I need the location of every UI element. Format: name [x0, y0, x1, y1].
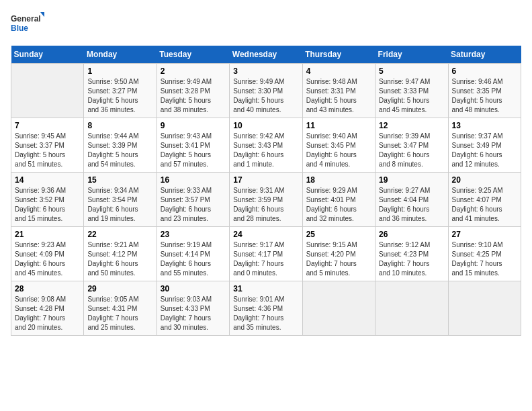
calendar-cell: 29Sunrise: 9:05 AM Sunset: 4:31 PM Dayli… — [84, 281, 157, 336]
svg-text:Blue: Blue — [11, 24, 28, 33]
day-info: Sunrise: 9:50 AM Sunset: 3:27 PM Dayligh… — [87, 77, 152, 115]
calendar-cell — [375, 281, 448, 336]
day-info: Sunrise: 9:39 AM Sunset: 3:47 PM Dayligh… — [379, 132, 444, 169]
day-number: 5 — [379, 66, 444, 76]
calendar-week-row: 1Sunrise: 9:50 AM Sunset: 3:27 PM Daylig… — [11, 64, 521, 118]
day-number: 1 — [87, 66, 152, 76]
day-info: Sunrise: 9:40 AM Sunset: 3:45 PM Dayligh… — [306, 132, 371, 169]
calendar-cell: 20Sunrise: 9:25 AM Sunset: 4:07 PM Dayli… — [448, 173, 521, 227]
day-info: Sunrise: 9:46 AM Sunset: 3:35 PM Dayligh… — [452, 77, 517, 115]
calendar-cell: 9Sunrise: 9:43 AM Sunset: 3:41 PM Daylig… — [157, 118, 229, 173]
day-info: Sunrise: 9:23 AM Sunset: 4:09 PM Dayligh… — [15, 240, 80, 278]
day-number: 31 — [233, 284, 298, 293]
calendar-cell: 8Sunrise: 9:44 AM Sunset: 3:39 PM Daylig… — [84, 118, 157, 173]
calendar-week-row: 28Sunrise: 9:08 AM Sunset: 4:28 PM Dayli… — [11, 281, 521, 336]
calendar-week-row: 21Sunrise: 9:23 AM Sunset: 4:09 PM Dayli… — [11, 227, 521, 281]
day-number: 16 — [161, 175, 226, 185]
calendar-table: SundayMondayTuesdayWednesdayThursdayFrid… — [11, 46, 521, 336]
day-info: Sunrise: 9:36 AM Sunset: 3:52 PM Dayligh… — [15, 186, 80, 224]
calendar-cell: 19Sunrise: 9:27 AM Sunset: 4:04 PM Dayli… — [375, 173, 448, 227]
calendar-cell: 31Sunrise: 9:01 AM Sunset: 4:36 PM Dayli… — [230, 281, 302, 336]
day-number: 14 — [15, 175, 80, 185]
calendar-cell: 24Sunrise: 9:17 AM Sunset: 4:17 PM Dayli… — [230, 227, 302, 281]
calendar-cell: 6Sunrise: 9:46 AM Sunset: 3:35 PM Daylig… — [448, 64, 521, 118]
day-info: Sunrise: 9:43 AM Sunset: 3:41 PM Dayligh… — [161, 132, 226, 169]
day-number: 6 — [452, 66, 517, 76]
calendar-cell: 21Sunrise: 9:23 AM Sunset: 4:09 PM Dayli… — [11, 227, 84, 281]
day-number: 26 — [379, 230, 444, 239]
day-info: Sunrise: 9:37 AM Sunset: 3:49 PM Dayligh… — [452, 132, 517, 169]
day-number: 15 — [87, 175, 152, 185]
day-of-week-header: Tuesday — [157, 46, 229, 64]
day-number: 28 — [15, 284, 80, 293]
calendar-cell: 2Sunrise: 9:49 AM Sunset: 3:28 PM Daylig… — [157, 64, 229, 118]
day-number: 29 — [87, 284, 152, 293]
day-number: 23 — [161, 230, 226, 239]
day-info: Sunrise: 9:15 AM Sunset: 4:20 PM Dayligh… — [306, 240, 371, 278]
day-info: Sunrise: 9:44 AM Sunset: 3:39 PM Dayligh… — [87, 132, 152, 169]
day-info: Sunrise: 9:27 AM Sunset: 4:04 PM Dayligh… — [379, 186, 444, 224]
calendar-cell: 18Sunrise: 9:29 AM Sunset: 4:01 PM Dayli… — [302, 173, 375, 227]
calendar-cell: 14Sunrise: 9:36 AM Sunset: 3:52 PM Dayli… — [11, 173, 84, 227]
day-number: 11 — [306, 121, 371, 130]
day-number: 9 — [161, 121, 226, 130]
header: General Blue — [11, 11, 521, 38]
day-number: 21 — [15, 230, 80, 239]
day-number: 27 — [452, 230, 517, 239]
calendar-week-row: 7Sunrise: 9:45 AM Sunset: 3:37 PM Daylig… — [11, 118, 521, 173]
day-info: Sunrise: 9:33 AM Sunset: 3:57 PM Dayligh… — [161, 186, 226, 224]
day-of-week-header: Sunday — [11, 46, 84, 64]
day-info: Sunrise: 9:34 AM Sunset: 3:54 PM Dayligh… — [87, 186, 152, 224]
calendar-body: 1Sunrise: 9:50 AM Sunset: 3:27 PM Daylig… — [11, 64, 521, 336]
logo: General Blue — [11, 11, 44, 38]
day-number: 10 — [233, 121, 298, 130]
day-info: Sunrise: 9:05 AM Sunset: 4:31 PM Dayligh… — [87, 295, 152, 332]
calendar-cell — [302, 281, 375, 336]
calendar-cell: 30Sunrise: 9:03 AM Sunset: 4:33 PM Dayli… — [157, 281, 229, 336]
calendar-cell: 17Sunrise: 9:31 AM Sunset: 3:59 PM Dayli… — [230, 173, 302, 227]
day-number: 3 — [233, 66, 298, 76]
calendar-cell: 25Sunrise: 9:15 AM Sunset: 4:20 PM Dayli… — [302, 227, 375, 281]
calendar-cell: 7Sunrise: 9:45 AM Sunset: 3:37 PM Daylig… — [11, 118, 84, 173]
calendar-cell: 4Sunrise: 9:48 AM Sunset: 3:31 PM Daylig… — [302, 64, 375, 118]
calendar-cell: 15Sunrise: 9:34 AM Sunset: 3:54 PM Dayli… — [84, 173, 157, 227]
logo-svg: General Blue — [11, 11, 44, 38]
calendar-header-row: SundayMondayTuesdayWednesdayThursdayFrid… — [11, 46, 521, 64]
day-info: Sunrise: 9:47 AM Sunset: 3:33 PM Dayligh… — [379, 77, 444, 115]
day-of-week-header: Thursday — [302, 46, 375, 64]
day-info: Sunrise: 9:03 AM Sunset: 4:33 PM Dayligh… — [161, 295, 226, 332]
day-number: 17 — [233, 175, 298, 185]
day-info: Sunrise: 9:31 AM Sunset: 3:59 PM Dayligh… — [233, 186, 298, 224]
calendar-week-row: 14Sunrise: 9:36 AM Sunset: 3:52 PM Dayli… — [11, 173, 521, 227]
day-number: 13 — [452, 121, 517, 130]
day-info: Sunrise: 9:10 AM Sunset: 4:25 PM Dayligh… — [452, 240, 517, 278]
day-info: Sunrise: 9:12 AM Sunset: 4:23 PM Dayligh… — [379, 240, 444, 278]
calendar-cell: 13Sunrise: 9:37 AM Sunset: 3:49 PM Dayli… — [448, 118, 521, 173]
day-number: 25 — [306, 230, 371, 239]
day-number: 12 — [379, 121, 444, 130]
day-info: Sunrise: 9:25 AM Sunset: 4:07 PM Dayligh… — [452, 186, 517, 224]
day-info: Sunrise: 9:42 AM Sunset: 3:43 PM Dayligh… — [233, 132, 298, 169]
day-of-week-header: Monday — [84, 46, 157, 64]
day-number: 18 — [306, 175, 371, 185]
day-of-week-header: Saturday — [448, 46, 521, 64]
day-info: Sunrise: 9:17 AM Sunset: 4:17 PM Dayligh… — [233, 240, 298, 278]
calendar-cell: 10Sunrise: 9:42 AM Sunset: 3:43 PM Dayli… — [230, 118, 302, 173]
day-of-week-header: Friday — [375, 46, 448, 64]
day-number: 24 — [233, 230, 298, 239]
day-info: Sunrise: 9:45 AM Sunset: 3:37 PM Dayligh… — [15, 132, 80, 169]
calendar-cell: 28Sunrise: 9:08 AM Sunset: 4:28 PM Dayli… — [11, 281, 84, 336]
day-info: Sunrise: 9:49 AM Sunset: 3:28 PM Dayligh… — [161, 77, 226, 115]
day-number: 7 — [15, 121, 80, 130]
day-info: Sunrise: 9:01 AM Sunset: 4:36 PM Dayligh… — [233, 295, 298, 332]
calendar-cell: 3Sunrise: 9:49 AM Sunset: 3:30 PM Daylig… — [230, 64, 302, 118]
calendar-cell — [11, 64, 84, 118]
day-number: 30 — [161, 284, 226, 293]
calendar-cell: 5Sunrise: 9:47 AM Sunset: 3:33 PM Daylig… — [375, 64, 448, 118]
day-info: Sunrise: 9:49 AM Sunset: 3:30 PM Dayligh… — [233, 77, 298, 115]
calendar-cell: 22Sunrise: 9:21 AM Sunset: 4:12 PM Dayli… — [84, 227, 157, 281]
calendar-cell: 11Sunrise: 9:40 AM Sunset: 3:45 PM Dayli… — [302, 118, 375, 173]
calendar-cell: 23Sunrise: 9:19 AM Sunset: 4:14 PM Dayli… — [157, 227, 229, 281]
day-number: 8 — [87, 121, 152, 130]
calendar-cell — [448, 281, 521, 336]
